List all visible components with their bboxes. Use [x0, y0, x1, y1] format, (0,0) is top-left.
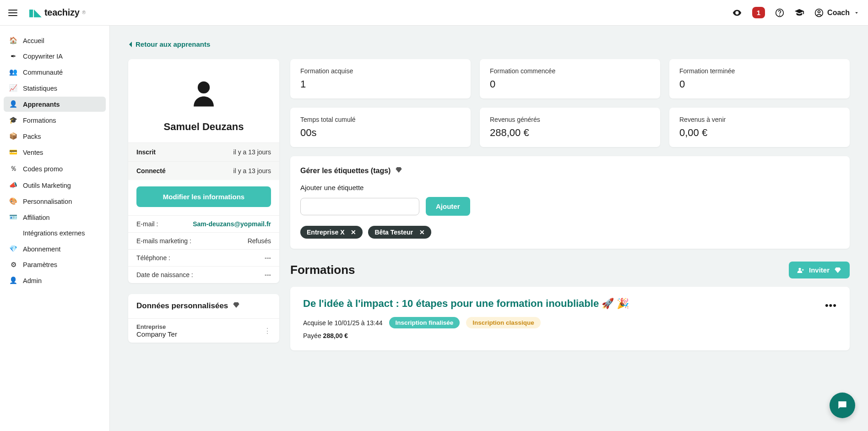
profile-row: Inscritil y a 13 jours	[128, 142, 279, 161]
sidebar-item-formations[interactable]: 🎓Formations	[4, 113, 106, 128]
sidebar: 🏠Accueil✒Copywriter IA👥Communauté📈Statis…	[0, 26, 110, 431]
more-icon[interactable]: ⋮	[264, 326, 271, 335]
nav-icon: ✒	[9, 53, 17, 60]
invite-button[interactable]: Inviter	[789, 262, 850, 278]
tags-card: Gérer les étiquettes (tags) Ajouter une …	[290, 156, 850, 249]
stat-card: Revenus à venir0,00 €	[669, 108, 850, 147]
person-icon	[188, 77, 220, 109]
custom-data-title: Données personnalisées	[136, 301, 228, 311]
stat-card: Formation terminée0	[669, 59, 850, 98]
gem-icon	[233, 301, 240, 311]
sidebar-item-codes-promo[interactable]: ％Codes promo	[4, 161, 106, 177]
tag-chip: Bêta Testeur✕	[368, 226, 431, 239]
sidebar-item-affiliation[interactable]: 🪪Affiliation	[4, 210, 106, 225]
nav-icon: ％	[9, 164, 17, 173]
sidebar-item-outils-marketing[interactable]: 📣Outils Marketing	[4, 178, 106, 193]
svg-point-1	[780, 15, 780, 15]
sidebar-item-communauté[interactable]: 👥Communauté	[4, 65, 106, 80]
graduation-icon[interactable]	[794, 8, 804, 18]
sidebar-item-copywriter-ia[interactable]: ✒Copywriter IA	[4, 49, 106, 64]
tag-input[interactable]	[300, 198, 419, 215]
sidebar-item-ventes[interactable]: 💳Ventes	[4, 145, 106, 160]
help-icon[interactable]	[775, 8, 784, 17]
back-link[interactable]: Retour aux apprenants	[128, 40, 210, 48]
nav-icon: 👥	[9, 68, 17, 76]
sidebar-item-packs[interactable]: 📦Packs	[4, 129, 106, 144]
custom-data-card: Données personnalisées EntrepriseCompany…	[128, 294, 279, 343]
tags-subtitle: Ajouter une étiquette	[300, 184, 840, 191]
svg-point-3	[818, 11, 820, 13]
formation-more-icon[interactable]: •••	[825, 300, 837, 311]
brand-text: teachizy	[44, 7, 80, 18]
profile-row: Connectéil y a 13 jours	[128, 161, 279, 180]
nav-icon: 💎	[9, 245, 17, 253]
sidebar-item-paramètres[interactable]: ⚙Paramètres	[4, 257, 106, 272]
formation-date: Acquise le 10/01/25 à 13:44	[303, 319, 383, 327]
profile-detail: E-mail :Sam-deuzans@yopmail.fr	[128, 215, 279, 232]
avatar	[128, 59, 279, 120]
sidebar-item-abonnement[interactable]: 💎Abonnement	[4, 241, 106, 256]
notification-badge[interactable]: 1	[752, 7, 765, 18]
gem-icon	[395, 166, 402, 175]
svg-point-4	[198, 82, 210, 93]
nav-icon: 📦	[9, 132, 17, 140]
profile-detail: Téléphone :---	[128, 249, 279, 266]
user-plus-icon	[797, 267, 804, 274]
profile-detail: E-mails marketing :Refusés	[128, 232, 279, 249]
badge-type: Inscription classique	[466, 317, 540, 328]
menu-toggle[interactable]	[8, 10, 17, 16]
sidebar-item-statistiques[interactable]: 📈Statistiques	[4, 81, 106, 96]
book-icon: ▮◣	[28, 7, 42, 19]
formation-item: De l'idée à l'impact : 10 étapes pour un…	[290, 287, 850, 350]
profile-detail: Date de naissance :---	[128, 266, 279, 283]
sidebar-item-admin[interactable]: 👤Admin	[4, 273, 106, 288]
stat-card: Revenus générés288,00 €	[480, 108, 660, 147]
gem-icon	[834, 267, 841, 274]
formations-title: Formations	[290, 263, 355, 277]
sidebar-item-accueil[interactable]: 🏠Accueil	[4, 33, 106, 48]
chip-remove-icon[interactable]: ✕	[351, 229, 356, 236]
formation-paid: Payée 288,00 €	[303, 332, 837, 339]
nav-icon: 🪪	[9, 213, 17, 221]
stat-card: Temps total cumulé00s	[290, 108, 471, 147]
custom-field: EntrepriseCompany Ter⋮	[128, 318, 279, 343]
topbar: ▮◣ teachizy® 1 Coach	[0, 0, 868, 26]
nav-icon: 🎓	[9, 116, 17, 124]
nav-icon: 🎨	[9, 197, 17, 205]
eye-icon[interactable]	[732, 8, 742, 18]
nav-icon: 👤	[9, 100, 17, 108]
stat-card: Formation commencée0	[480, 59, 660, 98]
edit-info-button[interactable]: Modifier les informations	[136, 186, 271, 207]
chip-remove-icon[interactable]: ✕	[419, 229, 425, 236]
tag-chip: Entreprise X✕	[300, 226, 363, 239]
formation-title[interactable]: De l'idée à l'impact : 10 étapes pour un…	[303, 298, 837, 310]
stat-card: Formation acquise1	[290, 59, 471, 98]
chat-fab[interactable]	[830, 393, 855, 418]
sidebar-item-personnalisation[interactable]: 🎨Personnalisation	[4, 194, 106, 209]
profile-name: Samuel Deuzans	[128, 120, 279, 142]
main-content: Retour aux apprenants Samuel Deuzans Ins…	[110, 26, 868, 431]
user-circle-icon	[814, 8, 824, 17]
badge-status: Inscription finalisée	[389, 317, 460, 328]
user-label: Coach	[827, 9, 850, 17]
user-menu[interactable]: Coach	[814, 8, 860, 17]
brand-logo[interactable]: ▮◣ teachizy®	[28, 7, 86, 19]
chat-icon	[836, 399, 848, 411]
chevron-left-icon	[128, 41, 133, 48]
sidebar-item-apprenants[interactable]: 👤Apprenants	[4, 97, 106, 112]
nav-icon: 📣	[9, 181, 17, 189]
chevron-down-icon	[853, 10, 860, 16]
nav-icon: 👤	[9, 277, 17, 284]
sidebar-item-intégrations-externes[interactable]: Intégrations externes	[4, 226, 106, 240]
nav-icon: 🏠	[9, 37, 17, 44]
nav-icon: 📈	[9, 84, 17, 92]
nav-icon: ⚙	[9, 261, 17, 268]
nav-icon: 💳	[9, 148, 17, 156]
svg-point-5	[798, 267, 801, 270]
profile-card: Samuel Deuzans Inscritil y a 13 joursCon…	[128, 59, 279, 283]
tags-title: Gérer les étiquettes (tags)	[300, 167, 391, 175]
add-tag-button[interactable]: Ajouter	[426, 197, 470, 216]
